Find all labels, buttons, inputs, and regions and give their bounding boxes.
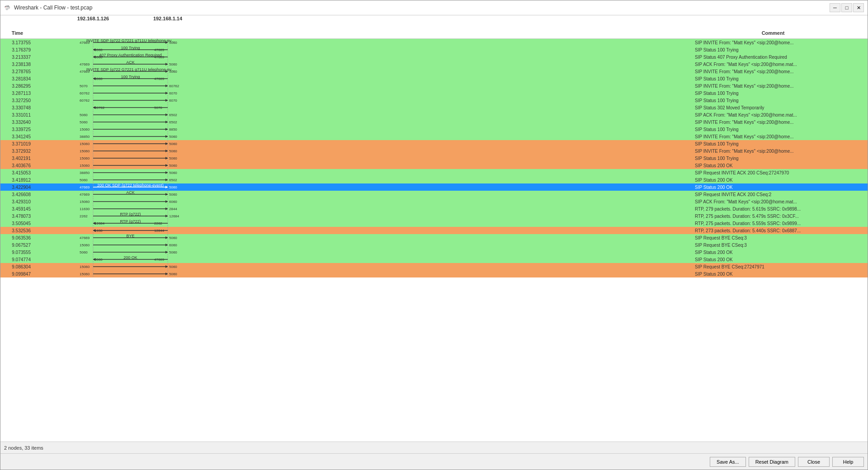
table-row[interactable]: 3.286295507060762SIP INVITE From: "Matt …: [0, 82, 868, 89]
table-row[interactable]: 9.063536BYE476695060SIP Request BYE CSeq…: [0, 234, 868, 241]
svg-text:5060: 5060: [169, 272, 177, 276]
svg-text:38850: 38850: [80, 135, 90, 139]
table-row[interactable]: 3.415053388505060SIP Request INVITE ACK …: [0, 169, 868, 176]
time-cell: 9.067527: [0, 243, 34, 248]
svg-text:RTP (g722): RTP (g722): [120, 212, 141, 216]
table-row[interactable]: 9.067527150606060SIP Request BYE CSeq:3: [0, 241, 868, 249]
table-row[interactable]: 3.505045RTP (g722)126842262RTP, 275 pack…: [0, 220, 868, 227]
svg-text:5060: 5060: [94, 55, 103, 59]
svg-text:15060: 15060: [80, 156, 90, 160]
diagram-cell: 607625070: [34, 104, 691, 111]
comment-cell: RTP, 279 packets. Duration: 5.619s SSRC:…: [691, 207, 868, 212]
table-row[interactable]: 3.281834100 Trying506047669SIP Status 10…: [0, 75, 868, 82]
time-cell: 3.341245: [0, 134, 34, 139]
svg-text:60762: 60762: [80, 99, 90, 103]
table-row[interactable]: 9.099847150605060SIP Status 200 OK: [0, 270, 868, 277]
table-row[interactable]: 3.426608ACK476695060SIP Request INVITE A…: [0, 191, 868, 198]
table-row[interactable]: 3.176379100 Trying506047669SIP Status 10…: [0, 46, 868, 53]
svg-text:47669: 47669: [154, 258, 165, 262]
svg-text:5060: 5060: [169, 171, 177, 175]
svg-marker-99: [165, 150, 168, 152]
table-row[interactable]: 9.086304150605060SIP Request BYE CSeq:27…: [0, 263, 868, 270]
svg-text:6502: 6502: [169, 120, 177, 124]
time-cell: 9.086304: [0, 264, 34, 269]
header-section: Time 192.168.1.126192.168.1.14 Comment: [0, 15, 868, 39]
svg-marker-175: [165, 236, 168, 239]
svg-text:15060: 15060: [80, 200, 90, 204]
table-row[interactable]: 3.41891250606502SIP Status 200 OK: [0, 176, 868, 183]
table-row[interactable]: 3.403676150605060SIP Status 200 OK: [0, 162, 868, 169]
table-row[interactable]: 3.173755INVITE SDP (g722 G7221 g711U tel…: [0, 39, 868, 46]
app-icon: 🦈: [4, 5, 10, 11]
table-row[interactable]: 3.371019150605060SIP Status 100 Trying: [0, 140, 868, 147]
diagram-cell: 150606060: [34, 198, 691, 205]
table-row[interactable]: 3.459145116302844RTP, 279 packets. Durat…: [0, 205, 868, 212]
svg-marker-207: [165, 273, 168, 275]
comment-cell: SIP Status 100 Trying: [691, 127, 868, 132]
diagram-cell: INVITE SDP (g722 G7221 g711U telephone-e…: [34, 39, 691, 46]
close-button[interactable]: Close: [798, 457, 830, 467]
time-cell: 9.074774: [0, 257, 34, 262]
svg-marker-51: [165, 92, 168, 94]
table-row[interactable]: 3.339725150608850SIP Status 100 Trying: [0, 126, 868, 133]
svg-text:100 Trying: 100 Trying: [121, 46, 140, 50]
svg-marker-69: [165, 113, 168, 116]
main-window: 🦈 Wireshark - Call Flow - test.pcap ─ □ …: [0, 0, 868, 470]
diagram-cell: 163012844: [34, 227, 691, 234]
time-cell: 3.327250: [0, 98, 34, 103]
diagram-cell: 388505060: [34, 169, 691, 176]
table-row[interactable]: 9.074774200 OK506047669SIP Status 200 OK: [0, 256, 868, 263]
rows-container[interactable]: 3.173755INVITE SDP (g722 G7221 g711U tel…: [0, 39, 868, 442]
svg-marker-155: [165, 215, 168, 217]
svg-text:15060: 15060: [80, 265, 90, 269]
svg-marker-111: [165, 164, 168, 167]
reset-diagram-button[interactable]: Reset Diagram: [749, 457, 795, 467]
diagram-cell: 150606060: [34, 241, 691, 249]
time-cell: 3.426608: [0, 192, 34, 197]
svg-marker-81: [165, 128, 168, 131]
help-button[interactable]: Help: [832, 457, 864, 467]
table-row[interactable]: 3.341245388505060SIP INVITE From: "Matt …: [0, 133, 868, 140]
table-row[interactable]: 3.327250607626070SIP Status 100 Trying: [0, 97, 868, 104]
table-row[interactable]: 3.330748607625070SIP Status 302 Moved Te…: [0, 104, 868, 111]
svg-marker-87: [165, 135, 168, 138]
svg-marker-149: [165, 207, 168, 210]
table-row[interactable]: 3.33101150606502SIP ACK From: "Matt Keys…: [0, 111, 868, 118]
time-cell: 3.372932: [0, 149, 34, 154]
table-row[interactable]: 3.213337407 Proxy Authentication Require…: [0, 53, 868, 61]
minimize-button[interactable]: ─: [830, 3, 840, 12]
table-row[interactable]: 3.532536163012844RTP, 273 packets. Durat…: [0, 227, 868, 234]
svg-text:1630: 1630: [94, 229, 103, 233]
svg-text:100 Trying: 100 Trying: [121, 75, 140, 79]
svg-text:INVITE SDP (g722 G7221 g711U t: INVITE SDP (g722 G7221 g711U telephone-e…: [86, 67, 175, 72]
comment-cell: RTP, 275 packets. Duration: 5.479s SSRC:…: [691, 214, 868, 219]
table-row[interactable]: 3.402191150605060SIP Status 100 Trying: [0, 155, 868, 162]
table-row[interactable]: 3.372932150605060SIP INVITE From: "Matt …: [0, 147, 868, 155]
comment-cell: SIP ACK From: "Matt Keys" <sip:200@home.…: [691, 199, 868, 204]
table-row[interactable]: 9.07355550605060SIP Status 200 OK: [0, 249, 868, 256]
comment-cell: SIP Status 200 OK: [691, 257, 868, 262]
svg-marker-93: [165, 142, 168, 145]
time-cell: 3.287113: [0, 91, 34, 96]
table-row[interactable]: 3.278765INVITE SDP (g722 G7221 g711U tel…: [0, 68, 868, 75]
restore-button[interactable]: □: [841, 3, 852, 12]
svg-text:47669: 47669: [80, 193, 90, 197]
diagram-cell: RTP (g722)226212684: [34, 212, 691, 220]
time-cell: 3.532536: [0, 228, 34, 233]
svg-text:BYE: BYE: [126, 234, 134, 238]
svg-text:INVITE SDP (g722 G7221 g711U t: INVITE SDP (g722 G7221 g711U telephone-e…: [86, 39, 175, 43]
table-row[interactable]: 3.429310150606060SIP ACK From: "Matt Key…: [0, 198, 868, 205]
table-row[interactable]: 3.33264050606502SIP INVITE From: "Matt K…: [0, 118, 868, 126]
svg-text:8850: 8850: [169, 127, 177, 132]
table-row[interactable]: 3.287113607626070SIP Status 100 Trying: [0, 89, 868, 97]
table-row[interactable]: 3.478073RTP (g722)226212684RTP, 275 pack…: [0, 212, 868, 220]
table-row[interactable]: 3.238138ACK476695060SIP ACK From: "Matt …: [0, 61, 868, 68]
table-row[interactable]: 3.422904200 OK SDP (g722 telephone-event…: [0, 183, 868, 191]
svg-text:12684: 12684: [94, 221, 105, 226]
close-window-button[interactable]: ✕: [853, 3, 864, 12]
save-as-button[interactable]: Save As...: [710, 457, 746, 467]
svg-marker-136: [165, 193, 168, 196]
svg-text:200 OK: 200 OK: [123, 255, 137, 260]
time-cell: 3.339725: [0, 127, 34, 132]
title-bar-controls: ─ □ ✕: [830, 3, 864, 12]
